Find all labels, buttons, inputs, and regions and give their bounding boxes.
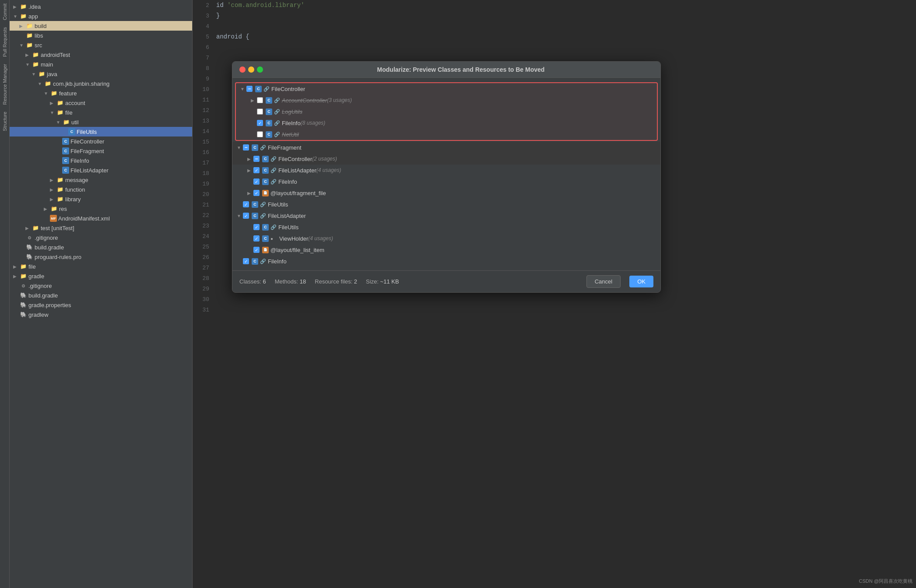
- checkbox-ff-main[interactable]: [243, 144, 249, 150]
- dialog-row-fi2[interactable]: C🔗FileInfo: [232, 176, 660, 187]
- tree-item-gradle[interactable]: ▶📁gradle: [10, 271, 192, 281]
- folder-icon: 📁: [62, 118, 70, 126]
- checkbox-lu[interactable]: [257, 108, 263, 115]
- tree-item-libs[interactable]: 📁libs: [10, 31, 192, 40]
- checkbox-fu1[interactable]: [243, 201, 249, 207]
- tree-item-FileUtils[interactable]: CFileUtils: [10, 127, 192, 136]
- expand-arrow: ▼: [13, 14, 19, 19]
- resource-manager-tab[interactable]: Resource Manager: [1, 60, 8, 108]
- dialog-row-ac[interactable]: ▶C🔗AccountController (3 usages): [236, 94, 657, 106]
- modularize-dialog[interactable]: Modularize: Preview Classes and Resource…: [232, 61, 661, 293]
- folder-icon: 📁: [56, 195, 64, 203]
- resource-files-stat: Resource files: 2: [315, 278, 357, 285]
- tree-item-androidTest[interactable]: ▶📁androidTest: [10, 50, 192, 60]
- dialog-row-fu2[interactable]: C🔗FileUtils: [232, 221, 660, 233]
- row-label: FileListAdapter: [278, 167, 316, 174]
- dialog-row-layout-list[interactable]: 📄@layout/file_list_item: [232, 244, 660, 256]
- tree-item-app[interactable]: ▼📁app: [10, 11, 192, 21]
- pull-requests-tab[interactable]: Pull Requests: [1, 24, 8, 60]
- dialog-row-fc-main[interactable]: ▼C🔗FileController: [236, 83, 657, 94]
- tree-item-function[interactable]: ▶📁function: [10, 185, 192, 194]
- dialog-row-fla2[interactable]: ▼C🔗FileListAdapter: [232, 210, 660, 221]
- tree-label: res: [59, 206, 67, 212]
- dialog-row-fla[interactable]: ▶C🔗FileListAdapter (4 usages): [232, 164, 660, 176]
- tree-item-build[interactable]: ▶📁build: [10, 21, 192, 31]
- tree-item-account[interactable]: ▶📁account: [10, 98, 192, 108]
- checkbox-ac[interactable]: [257, 97, 263, 103]
- tree-item-java[interactable]: ▼📁java: [10, 69, 192, 79]
- dialog-row-fi1[interactable]: C🔗FileInfo (8 usages): [236, 117, 657, 129]
- checkbox-fla2[interactable]: [243, 213, 249, 219]
- tree-item-gradlew[interactable]: 🐘gradlew: [10, 310, 192, 319]
- folder-icon: 📁: [56, 176, 64, 184]
- tree-item-build.gradle-app[interactable]: 🐘build.gradle: [10, 242, 192, 252]
- tree-item-build.gradle-root[interactable]: 🐘build.gradle: [10, 290, 192, 300]
- tree-label: app: [28, 13, 38, 20]
- tree-item-feature[interactable]: ▼📁feature: [10, 88, 192, 98]
- checkbox-fc-main[interactable]: [246, 86, 253, 92]
- dialog-row-ff-main[interactable]: ▼C🔗FileFragment: [232, 142, 660, 153]
- tree-label: build: [35, 23, 46, 29]
- structure-tab[interactable]: Structure: [1, 108, 8, 135]
- tree-label: file: [28, 263, 36, 270]
- tree-item-FileController[interactable]: CFileController: [10, 136, 192, 146]
- tree-item-proguard[interactable]: 🐘proguard-rules.pro: [10, 252, 192, 262]
- checkbox-fla[interactable]: [253, 167, 260, 173]
- tree-item-src[interactable]: ▼📁src: [10, 40, 192, 50]
- close-button[interactable]: [239, 66, 246, 73]
- checkbox-fc-sub[interactable]: [253, 156, 260, 162]
- maximize-button[interactable]: [257, 66, 263, 73]
- dialog-row-fu1[interactable]: C🔗FileUtils: [232, 199, 660, 210]
- dialog-row-layout-fragment[interactable]: ▶📄@layout/fragment_file: [232, 187, 660, 199]
- checkbox-fi3[interactable]: [243, 258, 249, 264]
- tree-item-library[interactable]: ▶📁library: [10, 194, 192, 204]
- checkbox-fu2[interactable]: [253, 224, 260, 230]
- tree-item-FileFragment[interactable]: CFileFragment: [10, 146, 192, 156]
- minimize-button[interactable]: [248, 66, 254, 73]
- tree-item-file-root[interactable]: ▶📁file: [10, 262, 192, 271]
- ok-button[interactable]: OK: [629, 276, 653, 287]
- watermark: CSDN @阿昌喜次吃黄桃: [859, 578, 912, 584]
- folder-icon: 📁: [19, 262, 27, 270]
- dialog-row-fi3[interactable]: C🔗FileInfo: [232, 256, 660, 267]
- tree-item-util[interactable]: ▼📁util: [10, 117, 192, 127]
- checkbox-layout-fragment[interactable]: [253, 190, 260, 196]
- tree-label: libs: [35, 32, 43, 39]
- tree-item-AndroidManifest[interactable]: MFAndroidManifest.xml: [10, 214, 192, 223]
- cancel-button[interactable]: Cancel: [586, 275, 621, 288]
- tree-item-file[interactable]: ▼📁file: [10, 108, 192, 117]
- tree-item-FileListAdapter[interactable]: CFileListAdapter: [10, 165, 192, 175]
- expand-arrow: ▼: [19, 43, 25, 48]
- folder-icon: 📁: [56, 99, 64, 107]
- tree-item-test[interactable]: ▶📁test [unitTest]: [10, 223, 192, 233]
- expand-arrow: ▶: [50, 101, 56, 105]
- tree-label: AndroidManifest.xml: [58, 215, 110, 222]
- tree-item-gitignore-root[interactable]: ⚙.gitignore: [10, 281, 192, 290]
- dialog-row-vh[interactable]: C●ViewHolder (4 usages): [232, 233, 660, 244]
- row-label: FileController: [278, 156, 312, 162]
- commit-tab[interactable]: Commit: [1, 0, 8, 24]
- tree-item-idea[interactable]: ▶📁.idea: [10, 2, 192, 11]
- tree-item-FileInfo[interactable]: CFileInfo: [10, 156, 192, 165]
- line-number: 26: [196, 254, 209, 261]
- line-number: 25: [196, 244, 209, 250]
- tree-item-com.jkb.junbin.sharing[interactable]: ▼📁com.jkb.junbin.sharing: [10, 79, 192, 88]
- tree-item-message[interactable]: ▶📁message: [10, 175, 192, 185]
- expand-arrow: ▶: [13, 274, 19, 279]
- checkbox-fi1[interactable]: [257, 120, 263, 126]
- layout-icon: 📄: [262, 247, 269, 253]
- checkbox-layout-list[interactable]: [253, 247, 260, 253]
- tree-item-main[interactable]: ▼📁main: [10, 60, 192, 69]
- expand-arrow: ▼: [25, 62, 32, 67]
- checkbox-nu[interactable]: [257, 131, 263, 137]
- dialog-row-lu[interactable]: C🔗LogUtils: [236, 106, 657, 117]
- tree-item-gradle.properties[interactable]: 🐘gradle.properties: [10, 300, 192, 310]
- tree-item-res[interactable]: ▶📁res: [10, 204, 192, 214]
- c-badge: C: [255, 86, 262, 92]
- checkbox-fi2[interactable]: [253, 178, 260, 185]
- checkbox-vh[interactable]: [253, 235, 260, 242]
- tree-label: FileListAdapter: [70, 167, 109, 174]
- dialog-row-nu[interactable]: C🔗NetUtil: [236, 129, 657, 140]
- dialog-row-fc-sub[interactable]: ▶C🔗FileController (2 usages): [232, 153, 660, 164]
- tree-item-gitignore-app[interactable]: ⚙.gitignore: [10, 233, 192, 242]
